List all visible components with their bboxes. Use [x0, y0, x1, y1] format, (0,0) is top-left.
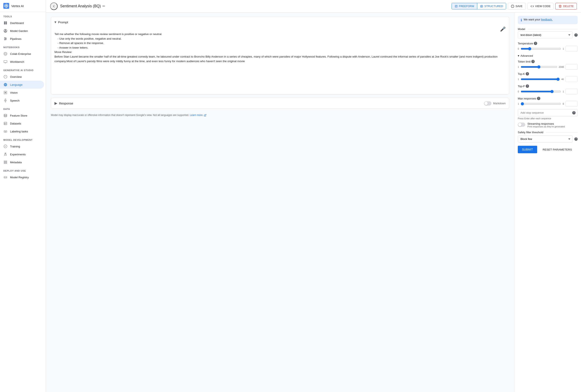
structured-button[interactable]: STRUCTURED — [477, 3, 506, 9]
topk-label-row: Top-K ? — [518, 72, 578, 75]
disclaimer-link[interactable]: Learn more. — [190, 114, 206, 117]
sidebar-item-feature-store[interactable]: Feature Store — [0, 111, 44, 119]
sidebar-item-metadata[interactable]: Metadata — [0, 158, 44, 166]
view-code-button[interactable]: VIEW CODE — [527, 3, 554, 9]
token-limit-min: 1 — [518, 66, 519, 68]
safety-select-wrapper: Block few ? — [518, 135, 578, 142]
temperature-label: Temperature — [518, 42, 533, 45]
sidebar-item-experiments[interactable]: Experiments — [0, 150, 44, 158]
streaming-label: Streaming responses — [527, 122, 578, 125]
freeform-button[interactable]: FREEFORM — [452, 3, 477, 9]
prompt-card-header[interactable]: ▾ Prompt — [51, 17, 509, 27]
sidebar-item-language[interactable]: Language — [0, 81, 44, 89]
sidebar-item-colab[interactable]: Colab Enterprise — [0, 50, 44, 58]
safety-help-icon[interactable]: ? — [574, 137, 578, 141]
temperature-value[interactable]: 0.2 — [566, 46, 578, 51]
max-responses-value[interactable]: 1 — [566, 101, 578, 106]
feedback-link[interactable]: feedback. — [541, 18, 552, 21]
prompt-textarea[interactable]: Tell me whether the following movie revi… — [54, 32, 506, 90]
response-card-header[interactable]: ▶ Response Markdown — [51, 98, 509, 108]
topp-slider[interactable] — [521, 90, 561, 93]
token-limit-help-icon[interactable]: ? — [531, 60, 535, 63]
svg-rect-25 — [5, 99, 6, 101]
topk-slider[interactable] — [521, 77, 560, 81]
max-responses-help-icon[interactable]: ? — [537, 97, 540, 100]
sidebar-item-overview[interactable]: Overview — [0, 73, 44, 81]
response-header-left: ▶ Response — [54, 101, 73, 105]
language-label: Language — [10, 83, 22, 86]
save-button[interactable]: SAVE — [508, 3, 526, 9]
model-help-icon[interactable]: ? — [574, 33, 578, 37]
labeling-label: Labeling tasks — [10, 130, 28, 133]
training-icon — [3, 144, 8, 148]
model-select[interactable]: text-bison (latest) — [518, 31, 573, 38]
markdown-label: Markdown — [493, 102, 506, 105]
page-title-wrapper: Sentiment Analysis (BQ) ✏ — [60, 4, 449, 8]
model-registry-icon — [3, 175, 8, 179]
topk-help-icon[interactable]: ? — [526, 72, 529, 75]
markdown-toggle-switch[interactable] — [484, 101, 492, 105]
max-responses-max: 8 — [563, 103, 564, 105]
edit-icon[interactable]: ✏ — [102, 4, 105, 8]
max-responses-slider[interactable] — [521, 102, 561, 105]
prompt-collapse-arrow[interactable]: ▾ — [54, 20, 56, 24]
response-expand-arrow[interactable]: ▶ — [54, 101, 58, 105]
advanced-toggle[interactable]: ▾ Advanced — [518, 54, 578, 57]
topbar: Sentiment Analysis (BQ) ✏ FREEFORM STRUC… — [46, 0, 581, 12]
sidebar-item-workbench[interactable]: Workbench — [0, 58, 44, 66]
save-label: SAVE — [516, 4, 522, 8]
topp-value[interactable]: 0.8 — [566, 89, 578, 94]
advanced-chevron-icon: ▾ — [518, 54, 519, 57]
max-responses-min: 1 — [518, 103, 519, 105]
temperature-label-row: Temperature ? — [518, 42, 578, 45]
token-limit-slider[interactable] — [521, 65, 557, 69]
sidebar-item-training[interactable]: Training — [0, 142, 44, 150]
experiments-icon — [3, 152, 8, 156]
stop-sequence-wrapper: ? — [518, 109, 578, 116]
svg-rect-29 — [4, 122, 7, 125]
reset-button[interactable]: RESET PARAMETERS — [540, 146, 575, 153]
sidebar-item-vision[interactable]: Vision — [0, 89, 44, 96]
overview-icon — [3, 75, 8, 79]
svg-rect-12 — [6, 23, 7, 24]
stop-sequence-input[interactable] — [518, 109, 578, 116]
sidebar-item-model-registry[interactable]: Model Registry — [0, 173, 44, 181]
topk-value[interactable]: 40 — [566, 76, 578, 82]
response-card-title: Response — [59, 101, 73, 105]
temperature-slider[interactable] — [521, 47, 561, 50]
sidebar-item-model-garden[interactable]: Model Garden — [0, 27, 44, 35]
delete-button[interactable]: DELETE — [555, 3, 577, 9]
temperature-slider-row: 0 1 0.2 — [518, 46, 578, 51]
topp-label: Top-P — [518, 85, 525, 88]
max-responses-label: Max responses — [518, 97, 536, 100]
svg-point-2 — [6, 5, 7, 6]
submit-button[interactable]: SUBMIT — [518, 146, 537, 153]
mic-icon[interactable]: 🎤 — [500, 26, 506, 32]
sidebar-item-dashboard[interactable]: Dashboard — [0, 19, 44, 27]
sidebar-item-pipelines[interactable]: Pipelines — [0, 35, 44, 43]
streaming-desc: Print responses as they're generated — [527, 125, 578, 128]
topp-help-icon[interactable]: ? — [526, 84, 529, 88]
deploy-section-label: DEPLOY AND USE — [0, 166, 46, 173]
back-button[interactable] — [50, 2, 58, 10]
sidebar-item-datasets[interactable]: Datasets — [0, 119, 44, 127]
safety-select[interactable]: Block few — [518, 135, 573, 142]
streaming-toggle-switch[interactable] — [518, 123, 525, 127]
stop-sequence-help-icon[interactable]: ? — [572, 111, 576, 114]
metadata-label: Metadata — [10, 161, 22, 164]
feedback-banner: ℹ We want your feedback. — [518, 16, 578, 24]
datasets-label: Datasets — [10, 122, 21, 125]
sidebar-item-speech[interactable]: Speech — [0, 96, 44, 104]
temperature-min: 0 — [518, 47, 519, 50]
sidebar-item-labeling[interactable]: Labeling tasks — [0, 127, 44, 135]
token-limit-label: Token limit — [518, 60, 530, 63]
temperature-help-icon[interactable]: ? — [534, 42, 537, 45]
svg-rect-11 — [4, 23, 5, 24]
structured-label: STRUCTURED — [484, 4, 503, 8]
content-area: ▾ Prompt 🎤 Tell me whether the following… — [46, 12, 581, 392]
token-limit-value[interactable]: 1024 — [566, 64, 578, 70]
svg-rect-46 — [480, 5, 483, 7]
svg-point-13 — [4, 37, 5, 38]
streaming-info: Streaming responses Print responses as t… — [527, 122, 578, 128]
model-registry-label: Model Registry — [10, 176, 29, 179]
